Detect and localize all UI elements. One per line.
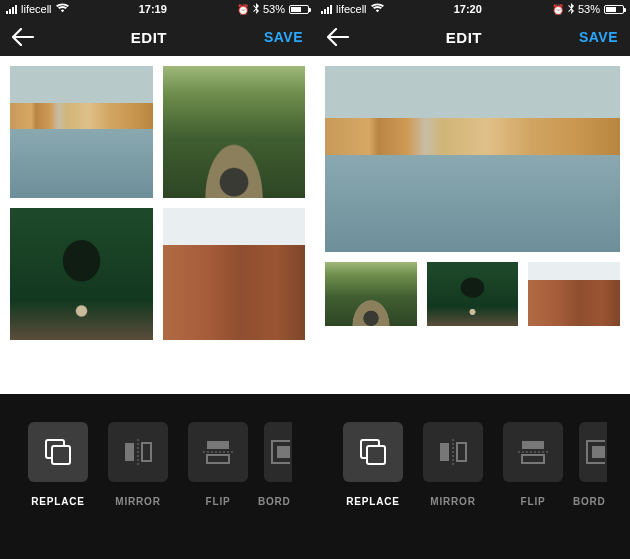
- collage-canvas[interactable]: [0, 56, 315, 394]
- back-button[interactable]: [327, 28, 349, 46]
- tool-label: BORD: [258, 496, 298, 507]
- header: EDIT SAVE: [0, 18, 315, 56]
- collage-cell[interactable]: [427, 262, 519, 326]
- status-time: 17:19: [139, 3, 167, 15]
- flip-icon: [203, 439, 233, 465]
- battery-icon: [289, 5, 309, 14]
- collage-cell[interactable]: [528, 262, 620, 326]
- border-icon: [585, 439, 605, 465]
- bluetooth-icon: [253, 3, 259, 16]
- wifi-icon: [56, 3, 69, 15]
- svg-rect-12: [440, 443, 449, 461]
- border-icon: [270, 439, 290, 465]
- tool-border[interactable]: BORD: [258, 422, 298, 532]
- page-title: EDIT: [446, 29, 482, 46]
- tool-label: REPLACE: [346, 496, 399, 507]
- svg-rect-19: [592, 446, 605, 458]
- tool-replace[interactable]: REPLACE: [18, 422, 98, 532]
- mirror-icon: [123, 439, 153, 465]
- save-button[interactable]: SAVE: [264, 29, 303, 45]
- status-bar: lifecell 17:19 ⏰ 53%: [0, 0, 315, 18]
- battery-icon: [604, 5, 624, 14]
- tool-label: FLIP: [521, 496, 546, 507]
- tool-label: REPLACE: [31, 496, 84, 507]
- wifi-icon: [371, 3, 384, 15]
- battery-pct: 53%: [263, 3, 285, 15]
- screen-left: lifecell 17:19 ⏰ 53% EDIT SAVE: [0, 0, 315, 559]
- mirror-icon: [438, 439, 468, 465]
- alarm-icon: ⏰: [237, 4, 249, 15]
- collage-cell[interactable]: [163, 66, 306, 198]
- bluetooth-icon: [568, 3, 574, 16]
- tool-flip[interactable]: FLIP: [178, 422, 258, 532]
- battery-pct: 53%: [578, 3, 600, 15]
- svg-rect-9: [277, 446, 290, 458]
- svg-rect-3: [142, 443, 151, 461]
- collage-cell[interactable]: [325, 66, 620, 252]
- carrier-label: lifecell: [336, 3, 367, 15]
- svg-rect-5: [207, 441, 229, 449]
- screen-right: lifecell 17:20 ⏰ 53% EDIT SAVE: [315, 0, 630, 559]
- replace-icon: [358, 437, 388, 467]
- collage-cell[interactable]: [10, 66, 153, 198]
- tool-label: BORD: [573, 496, 613, 507]
- svg-rect-11: [367, 446, 385, 464]
- svg-rect-15: [522, 441, 544, 449]
- alarm-icon: ⏰: [552, 4, 564, 15]
- flip-icon: [518, 439, 548, 465]
- tool-label: MIRROR: [430, 496, 475, 507]
- back-button[interactable]: [12, 28, 34, 46]
- svg-rect-6: [207, 455, 229, 463]
- svg-rect-1: [52, 446, 70, 464]
- collage-cell[interactable]: [325, 262, 417, 326]
- signal-icon: [321, 5, 332, 14]
- tool-mirror[interactable]: MIRROR: [98, 422, 178, 532]
- replace-icon: [43, 437, 73, 467]
- toolbar: REPLACE MIRROR FLIP BORD: [315, 394, 630, 559]
- status-time: 17:20: [454, 3, 482, 15]
- svg-rect-13: [457, 443, 466, 461]
- tool-label: FLIP: [206, 496, 231, 507]
- tool-border[interactable]: BORD: [573, 422, 613, 532]
- collage-cell[interactable]: [163, 208, 306, 340]
- header: EDIT SAVE: [315, 18, 630, 56]
- save-button[interactable]: SAVE: [579, 29, 618, 45]
- tool-flip[interactable]: FLIP: [493, 422, 573, 532]
- page-title: EDIT: [131, 29, 167, 46]
- toolbar: REPLACE MIRROR FLIP BORD: [0, 394, 315, 559]
- status-bar: lifecell 17:20 ⏰ 53%: [315, 0, 630, 18]
- tool-mirror[interactable]: MIRROR: [413, 422, 493, 532]
- carrier-label: lifecell: [21, 3, 52, 15]
- svg-rect-2: [125, 443, 134, 461]
- tool-replace[interactable]: REPLACE: [333, 422, 413, 532]
- tool-label: MIRROR: [115, 496, 160, 507]
- collage-canvas[interactable]: [315, 56, 630, 394]
- signal-icon: [6, 5, 17, 14]
- svg-rect-16: [522, 455, 544, 463]
- collage-cell[interactable]: [10, 208, 153, 340]
